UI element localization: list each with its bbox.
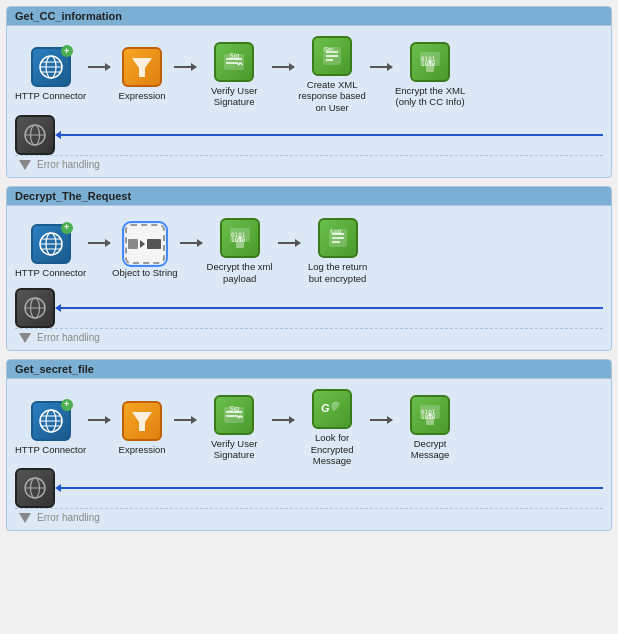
objtostr-inner [128, 239, 161, 249]
node-label-objtostr: Object to String [112, 267, 177, 278]
arrow-decrypt-2 [180, 223, 202, 263]
error-row-secret: Error handling [15, 508, 603, 526]
arrow-secret-3 [272, 400, 294, 440]
node-setpayload-cc[interactable]: Set Create XML response based on User [296, 36, 368, 113]
arrow-decrypt-3 [278, 223, 300, 263]
error-label-decrypt: Error handling [37, 332, 100, 343]
plus-badge-cc: + [61, 45, 73, 57]
panel-cc-title: Get_CC_information [7, 7, 611, 26]
error-label-cc: Error handling [37, 159, 100, 170]
svg-point-32 [238, 236, 242, 240]
http-connector-icon-secret[interactable]: + [31, 401, 71, 441]
node-encryption-cc[interactable]: 0101 1010 Encrypt the XML (only th CC In… [394, 42, 466, 108]
node-expression-cc[interactable]: Expression [112, 47, 172, 101]
http-return-cc[interactable] [15, 115, 55, 155]
error-row-cc: Error handling [15, 155, 603, 173]
logger-icon[interactable]: Log [318, 218, 358, 258]
node-signature-cc[interactable]: Sig Verify User Signature [198, 42, 270, 108]
node-decryptxml[interactable]: 0101 1010 Decrypt the xml payload [204, 218, 276, 284]
node-label-decryptxml: Decrypt the xml payload [204, 261, 276, 284]
expression-icon-cc[interactable] [122, 47, 162, 87]
svg-point-56 [428, 413, 432, 417]
svg-text:Sig: Sig [229, 52, 239, 60]
flow-row-cc: + HTTP Connector [15, 36, 603, 113]
node-decryptmsg[interactable]: 0101 1010 Decrypt Message [394, 395, 466, 461]
svg-rect-18 [426, 64, 434, 72]
svg-rect-55 [426, 417, 434, 425]
error-triangle-secret[interactable] [19, 513, 31, 523]
node-expression-secret[interactable]: Expression [112, 401, 172, 455]
panel-secret: Get_secret_file + HTTP Co [6, 359, 612, 531]
svg-text:Sig: Sig [229, 405, 239, 413]
encryption-svg: 0101 1010 [416, 48, 444, 76]
setpayload-icon-cc[interactable]: Set [312, 36, 352, 76]
flow-row-decrypt: + HTTP Connector [15, 216, 603, 286]
node-logger[interactable]: Log Log the return but encrypted [302, 218, 374, 284]
signature-icon-secret[interactable]: Sig [214, 395, 254, 435]
node-http-secret[interactable]: + HTTP Connector [15, 401, 86, 455]
node-label-http-secret: HTTP Connector [15, 444, 86, 455]
return-line-cc [61, 134, 603, 136]
node-objtostr[interactable]: Object to String [112, 224, 177, 278]
signature-svg-secret: Sig [220, 401, 248, 429]
node-label-signature-cc: Verify User Signature [198, 85, 270, 108]
signature-icon-cc[interactable]: Sig [214, 42, 254, 82]
expression-funnel-svg-secret [128, 407, 156, 435]
decryptxml-icon[interactable]: 0101 1010 [220, 218, 260, 258]
arrow-cc-3 [272, 47, 294, 87]
node-label-expression-cc: Expression [119, 90, 166, 101]
arrow-cc-2 [174, 47, 196, 87]
groovy-icon[interactable]: G [312, 389, 352, 429]
svg-text:G: G [321, 402, 330, 414]
str-box-right [147, 239, 161, 249]
panel-decrypt-title: Decrypt_The_Request [7, 187, 611, 206]
node-label-signature-secret: Verify User Signature [198, 438, 270, 461]
return-row-cc [15, 119, 603, 151]
http-return-icon-secret [22, 475, 48, 501]
error-triangle-cc[interactable] [19, 160, 31, 170]
arrow-secret-1 [88, 400, 110, 440]
svg-point-19 [428, 60, 432, 64]
decryptmsg-svg: 0101 1010 [416, 401, 444, 429]
http-return-decrypt[interactable] [15, 288, 55, 328]
svg-text:Log: Log [331, 228, 341, 234]
http-connector-icon-cc[interactable]: + [31, 47, 71, 87]
node-groovy[interactable]: G Look for Encrypted Message [296, 389, 368, 466]
panel-secret-body: + HTTP Connector [7, 379, 611, 530]
http-connector-icon-decrypt[interactable]: + [31, 224, 71, 264]
node-label-decryptmsg: Decrypt Message [394, 438, 466, 461]
node-http-decrypt[interactable]: + HTTP Connector [15, 224, 86, 278]
svg-marker-46 [132, 412, 152, 431]
node-label-http-decrypt: HTTP Connector [15, 267, 86, 278]
node-label-http-cc: HTTP Connector [15, 90, 86, 101]
arrow-secret-4 [370, 400, 392, 440]
node-label-expression-secret: Expression [119, 444, 166, 455]
expression-funnel-svg [128, 53, 156, 81]
decryptmsg-icon[interactable]: 0101 1010 [410, 395, 450, 435]
return-row-secret [15, 472, 603, 504]
http-globe-svg-secret [37, 407, 65, 435]
http-globe-svg [37, 53, 65, 81]
encryption-icon-cc[interactable]: 0101 1010 [410, 42, 450, 82]
panel-decrypt-body: + HTTP Connector [7, 206, 611, 350]
node-signature-secret[interactable]: Sig Verify User Signature [198, 395, 270, 461]
arrow-decrypt-1 [88, 223, 110, 263]
expression-icon-secret[interactable] [122, 401, 162, 441]
flow-row-secret: + HTTP Connector [15, 389, 603, 466]
return-line-secret [61, 487, 603, 489]
node-http-cc[interactable]: + HTTP Connector [15, 47, 86, 101]
node-label-setpayload-cc: Create XML response based on User [296, 79, 368, 113]
signature-svg: Sig [220, 48, 248, 76]
error-label-secret: Error handling [37, 512, 100, 523]
http-return-secret[interactable] [15, 468, 55, 508]
http-return-icon-cc [22, 122, 48, 148]
main-canvas: Get_CC_information + HTTP [0, 0, 618, 537]
node-label-logger: Log the return but encrypted [302, 261, 374, 284]
panel-cc: Get_CC_information + HTTP [6, 6, 612, 178]
arrow-cc-4 [370, 47, 392, 87]
plus-badge-decrypt: + [61, 222, 73, 234]
svg-rect-31 [236, 240, 244, 248]
error-row-decrypt: Error handling [15, 328, 603, 346]
objtostr-icon[interactable] [125, 224, 165, 264]
error-triangle-decrypt[interactable] [19, 333, 31, 343]
